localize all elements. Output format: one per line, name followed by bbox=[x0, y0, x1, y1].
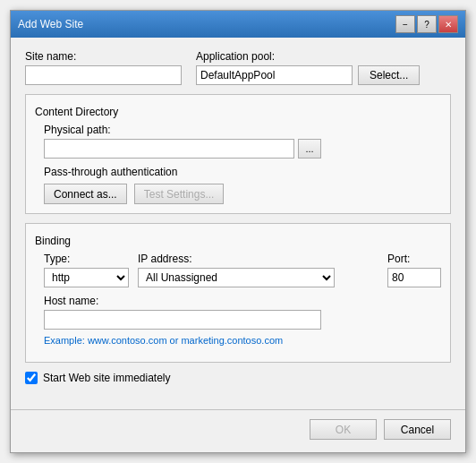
type-select[interactable]: http https bbox=[44, 268, 129, 287]
title-bar-controls: − ? ✕ bbox=[395, 15, 458, 33]
ip-label: IP address: bbox=[138, 253, 378, 265]
type-label: Type: bbox=[44, 253, 129, 265]
bottom-buttons: OK Cancel bbox=[11, 419, 465, 452]
binding-fields: Type: http https IP address: All Unassig… bbox=[44, 253, 441, 287]
start-immediately-row: Start Web site immediately bbox=[25, 372, 451, 384]
dialog-window: Add Web Site − ? ✕ Site name: Applicatio… bbox=[10, 10, 466, 453]
host-name-input-row bbox=[44, 310, 441, 330]
auth-buttons: Connect as... Test Settings... bbox=[44, 184, 441, 204]
start-immediately-checkbox[interactable] bbox=[25, 372, 38, 384]
binding-label: Binding bbox=[35, 235, 441, 247]
title-bar: Add Web Site − ? ✕ bbox=[11, 11, 465, 38]
ip-field: IP address: All Unassigned bbox=[138, 253, 378, 287]
physical-path-input[interactable] bbox=[44, 139, 294, 159]
content-directory-section: Content Directory Physical path: ... Pas… bbox=[25, 94, 451, 214]
dialog-body: Site name: Application pool: Select... C… bbox=[11, 38, 465, 409]
host-name-section: Host name: bbox=[44, 295, 441, 330]
type-field: Type: http https bbox=[44, 253, 129, 287]
test-settings-button[interactable]: Test Settings... bbox=[134, 184, 225, 204]
connect-as-button[interactable]: Connect as... bbox=[44, 184, 127, 204]
physical-path-label: Physical path: bbox=[44, 124, 111, 136]
binding-section: Binding Type: http https IP address: All… bbox=[25, 223, 451, 363]
site-name-input[interactable] bbox=[25, 65, 182, 85]
dialog-title: Add Web Site bbox=[18, 18, 83, 30]
divider bbox=[11, 409, 465, 410]
app-pool-group: Application pool: Select... bbox=[196, 50, 420, 85]
port-input[interactable] bbox=[387, 268, 441, 287]
host-name-input[interactable] bbox=[44, 310, 321, 330]
host-name-label: Host name: bbox=[44, 295, 98, 307]
physical-path-row: ... bbox=[44, 139, 441, 159]
browse-button[interactable]: ... bbox=[298, 139, 321, 159]
help-button[interactable]: ? bbox=[417, 15, 437, 33]
app-pool-input[interactable] bbox=[196, 65, 353, 85]
content-directory-label: Content Directory bbox=[35, 106, 441, 118]
content-directory-indent: Physical path: ... Pass-through authenti… bbox=[35, 124, 441, 204]
port-label: Port: bbox=[387, 253, 441, 265]
site-name-group: Site name: bbox=[25, 50, 182, 85]
binding-indent: Type: http https IP address: All Unassig… bbox=[35, 253, 441, 346]
app-pool-label: Application pool: bbox=[196, 50, 420, 63]
cancel-button[interactable]: Cancel bbox=[384, 419, 451, 440]
port-field: Port: bbox=[387, 253, 441, 287]
pass-auth-label: Pass-through authentication bbox=[44, 166, 441, 178]
ip-select[interactable]: All Unassigned bbox=[138, 268, 335, 287]
site-name-label: Site name: bbox=[25, 50, 182, 63]
select-button[interactable]: Select... bbox=[358, 65, 420, 85]
start-immediately-label: Start Web site immediately bbox=[43, 372, 171, 384]
ok-button[interactable]: OK bbox=[310, 419, 377, 440]
example-text: Example: www.contoso.com or marketing.co… bbox=[44, 335, 441, 346]
close-button[interactable]: ✕ bbox=[438, 15, 458, 33]
minimize-button[interactable]: − bbox=[395, 15, 415, 33]
app-pool-row: Select... bbox=[196, 65, 420, 85]
top-row: Site name: Application pool: Select... bbox=[25, 50, 451, 85]
